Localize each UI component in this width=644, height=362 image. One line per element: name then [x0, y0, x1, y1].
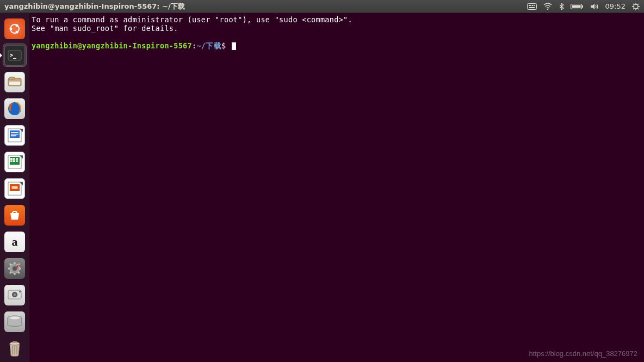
- svg-point-10: [634, 4, 638, 9]
- svg-rect-1: [529, 5, 530, 6]
- unity-launcher: >_ a: [0, 13, 29, 362]
- prompt-user: yangzhibin@yangzhibin-Inspiron-5567: [32, 41, 192, 50]
- svg-rect-30: [16, 158, 18, 160]
- firefox-app-icon[interactable]: [3, 97, 26, 120]
- svg-rect-33: [16, 160, 18, 162]
- svg-rect-31: [10, 160, 13, 162]
- svg-point-14: [16, 30, 18, 33]
- calc-app-icon[interactable]: [3, 151, 26, 173]
- watermark-text: https://blog.csdn.net/qq_38276972: [529, 349, 638, 358]
- svg-text:>_: >_: [10, 52, 17, 59]
- terminal-output-line: See "man sudo_root" for details.: [32, 24, 642, 33]
- svg-point-13: [16, 24, 18, 27]
- clock-text[interactable]: 09:52: [605, 2, 626, 10]
- svg-rect-9: [572, 5, 580, 8]
- svg-rect-19: [9, 82, 20, 85]
- writer-app-icon[interactable]: [3, 124, 26, 146]
- svg-rect-46: [13, 341, 17, 343]
- svg-rect-8: [582, 5, 583, 8]
- svg-rect-36: [11, 186, 18, 189]
- dash-home-icon[interactable]: [3, 17, 26, 40]
- terminal-app-icon[interactable]: >_: [3, 44, 26, 66]
- terminal-prompt-line: yangzhibin@yangzhibin-Inspiron-5567:~/下载…: [32, 41, 642, 50]
- amazon-app-icon[interactable]: a: [3, 231, 26, 253]
- system-settings-icon[interactable]: [3, 258, 26, 280]
- power-gear-icon[interactable]: [632, 3, 640, 10]
- svg-point-6: [547, 8, 548, 9]
- svg-point-12: [10, 27, 13, 30]
- top-menu-bar: yangzhibin@yangzhibin-Inspiron-5567: ~/下…: [0, 0, 644, 13]
- terminal-output-line: To run a command as administrator (user …: [32, 15, 642, 24]
- svg-rect-5: [529, 7, 535, 8]
- svg-rect-23: [11, 132, 18, 133]
- svg-point-41: [14, 294, 16, 296]
- svg-rect-2: [530, 5, 531, 6]
- battery-indicator-icon[interactable]: [571, 3, 584, 10]
- keyboard-indicator-icon[interactable]: [527, 3, 537, 10]
- svg-rect-0: [527, 3, 536, 9]
- disk-drive-icon[interactable]: [3, 311, 26, 333]
- wifi-indicator-icon[interactable]: [543, 3, 552, 10]
- svg-rect-28: [10, 158, 13, 160]
- svg-rect-18: [9, 77, 15, 79]
- text-cursor: [232, 42, 236, 50]
- bluetooth-indicator-icon[interactable]: [559, 3, 564, 10]
- volume-indicator-icon[interactable]: [590, 3, 599, 10]
- svg-rect-42: [19, 291, 21, 292]
- software-center-icon[interactable]: [3, 204, 26, 227]
- svg-rect-4: [534, 5, 535, 6]
- files-app-icon[interactable]: [3, 71, 26, 93]
- prompt-dollar: $: [221, 41, 231, 50]
- svg-rect-25: [11, 135, 16, 136]
- terminal-window[interactable]: To run a command as administrator (user …: [29, 13, 644, 362]
- trash-icon[interactable]: [3, 338, 26, 360]
- prompt-path: ~/下载: [196, 41, 221, 50]
- svg-rect-32: [13, 160, 15, 162]
- svg-rect-3: [532, 5, 533, 6]
- svg-rect-29: [13, 158, 15, 160]
- terminal-blank-line: [32, 33, 642, 41]
- svg-point-44: [10, 317, 20, 320]
- help-app-icon[interactable]: [3, 284, 26, 307]
- window-title: yangzhibin@yangzhibin-Inspiron-5567: ~/下…: [4, 2, 185, 11]
- svg-rect-24: [11, 134, 18, 135]
- impress-app-icon[interactable]: [3, 177, 26, 199]
